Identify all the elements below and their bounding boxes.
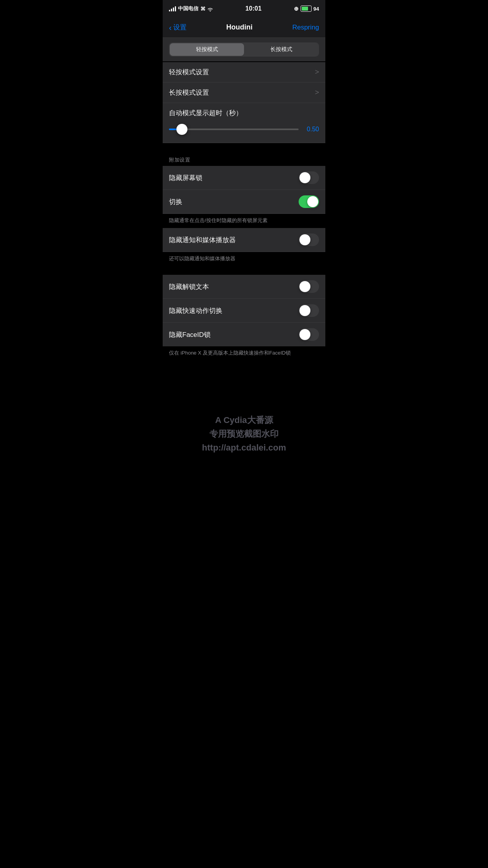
toggle-knob-on bbox=[307, 196, 318, 207]
toggle-knob-faceid bbox=[299, 329, 310, 340]
back-button[interactable]: ‹ 设置 bbox=[169, 23, 187, 32]
toggle-knob bbox=[299, 172, 310, 183]
segmented-control: 轻按模式 长按模式 bbox=[169, 42, 319, 57]
battery-label: 94 bbox=[314, 6, 319, 12]
toggle-knob-notif bbox=[299, 234, 310, 245]
slider-section: 自动模式显示超时（秒） 0.50 bbox=[163, 103, 325, 143]
chevron-right-icon-2: > bbox=[315, 88, 319, 97]
hide-faceid-row: 隐藏FaceID锁 bbox=[163, 323, 325, 346]
switch-row: 切换 bbox=[163, 190, 325, 214]
hide-screen-lock-label: 隐藏屏幕锁 bbox=[169, 173, 202, 182]
hide-unlock-text-toggle[interactable] bbox=[299, 280, 319, 293]
status-bar-left: 中国电信 ⌘ bbox=[169, 5, 213, 12]
segment-tap-mode[interactable]: 轻按模式 bbox=[170, 43, 244, 56]
footnote-2: 还可以隐藏通知和媒体播放器 bbox=[163, 252, 325, 265]
settings-list: 轻按模式设置 > 长按模式设置 > 自动模式显示超时（秒） 0.50 bbox=[163, 62, 325, 143]
toggle-knob-quick bbox=[299, 305, 310, 316]
signal-icon bbox=[169, 6, 176, 11]
slider-thumb[interactable] bbox=[176, 124, 187, 135]
wifi-icon: ⌘ bbox=[200, 6, 213, 12]
slider-container[interactable] bbox=[169, 123, 299, 136]
slider-track bbox=[169, 129, 299, 130]
respring-button[interactable]: Respring bbox=[292, 24, 319, 31]
section-gap-2 bbox=[163, 265, 325, 275]
hide-screen-lock-row: 隐藏屏幕锁 bbox=[163, 166, 325, 190]
battery-icon bbox=[301, 6, 312, 12]
footnote-1: 隐藏通常在点击/按住时隐藏的所有锁屏元素 bbox=[163, 214, 325, 227]
switch-label: 切换 bbox=[169, 197, 182, 206]
hide-unlock-text-label: 隐藏解锁文本 bbox=[169, 282, 209, 291]
nav-bar: ‹ 设置 Houdini Respring bbox=[163, 17, 325, 38]
back-label: 设置 bbox=[173, 23, 187, 32]
footnote-3: 仅在 iPhone X 及更高版本上隐藏快速操作和FaceID锁 bbox=[163, 346, 325, 360]
chevron-right-icon: > bbox=[315, 68, 319, 76]
hide-quick-actions-toggle[interactable] bbox=[299, 304, 319, 317]
tap-mode-label: 轻按模式设置 bbox=[169, 68, 209, 77]
hide-notifications-toggle[interactable] bbox=[299, 234, 319, 246]
hide-quick-actions-row: 隐藏快速动作切换 bbox=[163, 299, 325, 323]
hide-notifications-label: 隐藏通知和媒体播放器 bbox=[169, 235, 236, 245]
tap-mode-settings-item[interactable]: 轻按模式设置 > bbox=[163, 62, 325, 83]
hide-notifications-row: 隐藏通知和媒体播放器 bbox=[163, 228, 325, 252]
lock-rotation-icon: ⊕ bbox=[294, 6, 299, 12]
slider-label: 自动模式显示超时（秒） bbox=[169, 108, 319, 118]
status-bar-right: ⊕ 94 bbox=[294, 6, 319, 12]
long-press-mode-settings-item[interactable]: 长按模式设置 > bbox=[163, 83, 325, 103]
page-title: Houdini bbox=[226, 23, 253, 31]
long-press-label: 长按模式设置 bbox=[169, 88, 209, 97]
segment-long-press-mode[interactable]: 长按模式 bbox=[244, 43, 318, 56]
hide-faceid-label: 隐藏FaceID锁 bbox=[169, 330, 211, 339]
slider-value: 0.50 bbox=[303, 126, 319, 133]
status-bar: 中国电信 ⌘ 10:01 ⊕ 94 bbox=[163, 0, 325, 17]
segment-section: 轻按模式 长按模式 bbox=[163, 38, 325, 61]
carrier-label: 中国电信 bbox=[178, 5, 198, 12]
hide-screen-lock-toggle[interactable] bbox=[299, 171, 319, 184]
slider-row: 0.50 bbox=[169, 123, 319, 136]
chevron-left-icon: ‹ bbox=[169, 24, 172, 31]
status-bar-time: 10:01 bbox=[246, 5, 262, 12]
switch-toggle[interactable] bbox=[299, 195, 319, 208]
hide-faceid-toggle[interactable] bbox=[299, 328, 319, 341]
additional-settings-header: 附加设置 bbox=[163, 153, 325, 166]
section-gap-1 bbox=[163, 143, 325, 153]
hide-quick-actions-label: 隐藏快速动作切换 bbox=[169, 306, 222, 315]
toggle-knob-unlock bbox=[299, 281, 310, 292]
hide-unlock-text-row: 隐藏解锁文本 bbox=[163, 275, 325, 299]
